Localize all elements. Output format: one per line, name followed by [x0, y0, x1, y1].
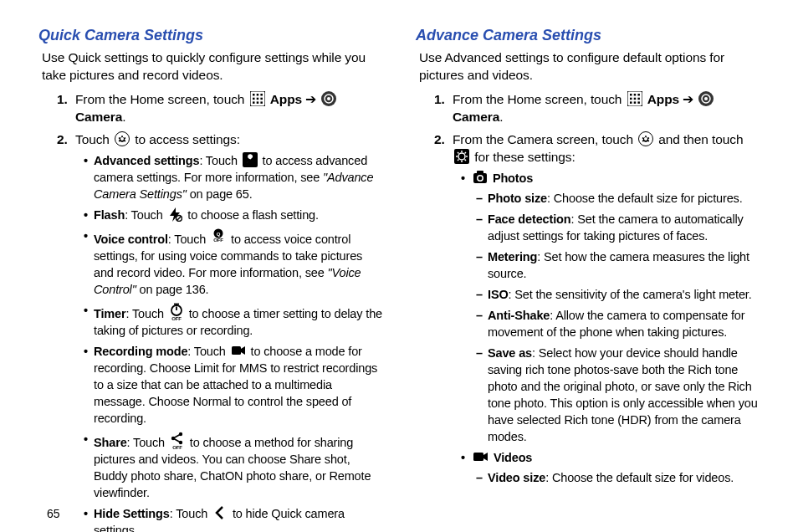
bullet-videos: Videos Video size: Choose the default si…: [461, 449, 760, 486]
quick-intro: Use Quick settings to quickly configure …: [42, 49, 382, 84]
share-off-icon: [170, 431, 185, 449]
video-camera-icon: [473, 449, 489, 464]
bullet-timer: Timer: Touch to choose a timer setting t…: [84, 302, 382, 339]
advance-settings-heading: Advance Camera Settings: [416, 27, 760, 44]
photo-camera-icon: [473, 170, 488, 185]
left-column: Quick Camera Settings Use Quick settings…: [38, 27, 382, 532]
voice-off-icon: [211, 228, 226, 246]
advance-intro: Use Advanced settings to configure defau…: [419, 49, 760, 84]
dash-metering: Metering: Set how the camera measures th…: [476, 248, 760, 282]
apps-grid-icon: [250, 91, 265, 106]
settings-panel-icon: [454, 149, 469, 164]
apps-grid-icon: [627, 91, 642, 106]
bullet-hide-settings: Hide Settings: Touch to hide Quick camer…: [84, 505, 382, 532]
bullet-advanced-settings: Advanced settings: Touch to access advan…: [84, 152, 382, 202]
dash-iso: ISO: Set the sensitivity of the camera's…: [476, 286, 760, 303]
settings-gear-icon: [638, 131, 653, 146]
bullet-voice-control: Voice control: Touch to access voice con…: [84, 228, 382, 298]
bullet-recording-mode: Recording mode: Touch to choose a mode f…: [84, 343, 382, 427]
dash-save-as: Save as: Select how your device should h…: [476, 345, 760, 445]
page-number: 65: [47, 507, 60, 520]
bullet-flash: Flash: Touch to choose a flash setting.: [84, 207, 382, 223]
camera-lens-icon: [321, 91, 336, 106]
chevron-left-icon: [212, 505, 228, 520]
wrench-icon: [243, 152, 258, 167]
settings-gear-icon: [115, 131, 130, 146]
quick-step-2: 2. Touch to access settings: Advanced se…: [57, 131, 382, 532]
advance-step-1: 1. From the Home screen, touch Apps ➔ Ca…: [434, 91, 760, 126]
flash-off-icon: [167, 207, 182, 222]
dash-face-detection: Face detection: Set the camera to automa…: [476, 211, 760, 244]
camera-lens-icon: [698, 91, 714, 106]
right-column: Advance Camera Settings Use Advanced set…: [416, 27, 760, 532]
advance-step-2: 2. From the Camera screen, touch and the…: [434, 131, 760, 486]
dash-anti-shake: Anti-Shake: Allow the camera to compensa…: [476, 307, 760, 340]
bullet-share: Share: Touch to choose a method for shar…: [84, 431, 382, 501]
bullet-photos: Photos Photo size: Choose the default si…: [461, 170, 760, 445]
quick-settings-heading: Quick Camera Settings: [38, 27, 382, 44]
dash-video-size: Video size: Choose the default size for …: [476, 469, 760, 486]
quick-step-1: 1. From the Home screen, touch Apps ➔ Ca…: [57, 91, 382, 126]
dash-photo-size: Photo size: Choose the default size for …: [476, 190, 760, 207]
timer-off-icon: [169, 302, 184, 320]
videocam-icon: [231, 343, 246, 358]
